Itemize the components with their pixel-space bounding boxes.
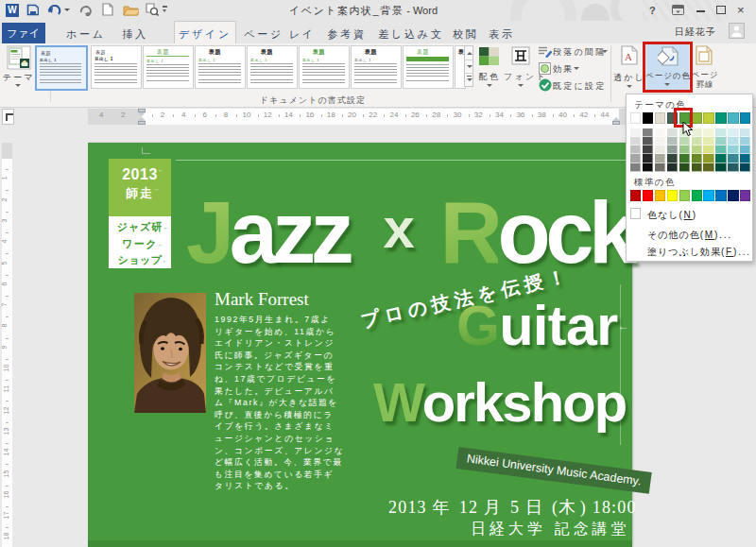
svg-text:A: A (625, 51, 632, 62)
